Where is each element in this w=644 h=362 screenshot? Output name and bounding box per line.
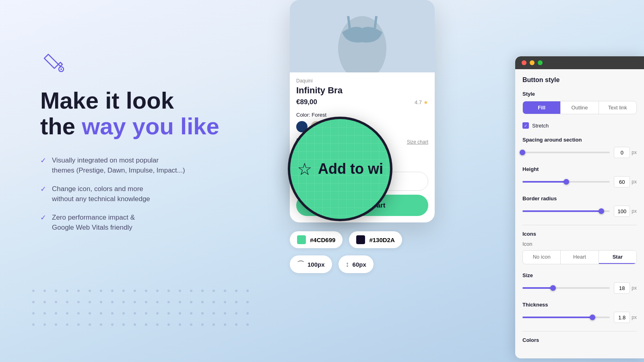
icon-size-section: Size 18 px — [522, 272, 637, 294]
icons-section: Icons Icon No icon Heart Star — [522, 231, 637, 264]
height-value[interactable]: 60 — [614, 176, 630, 187]
divider-1 — [522, 225, 637, 225]
svg-point-1 — [60, 68, 62, 70]
border-radius-value-input: 100 px — [614, 206, 637, 217]
check-icon-1: ✓ — [40, 156, 46, 165]
size-value-input: 18 px — [614, 282, 637, 294]
style-outline[interactable]: Outline — [561, 101, 599, 114]
features-list: ✓ Visually integrated on most popular th… — [40, 155, 290, 233]
color-swatch-green — [297, 235, 306, 244]
icon-size-label: Size — [522, 272, 637, 278]
traffic-light-yellow[interactable] — [530, 60, 535, 65]
thickness-slider[interactable] — [522, 317, 610, 318]
spacing-value[interactable]: 0 — [614, 147, 630, 158]
logo-icon — [40, 48, 290, 78]
check-icon-3: ✓ — [40, 213, 46, 222]
icon-none[interactable]: No icon — [523, 251, 561, 264]
icon-heart[interactable]: Heart — [561, 251, 599, 264]
icon-star[interactable]: Star — [599, 251, 636, 264]
headline: Make it look the way you like — [40, 88, 290, 139]
check-icon-2: ✓ — [40, 185, 46, 193]
magnifier: ☆ Add to wi — [288, 117, 392, 221]
panel-content: Button style Style Fill Outline Text lin… — [515, 69, 644, 358]
height-section: Height 60 px — [522, 166, 637, 187]
traffic-light-green[interactable] — [538, 60, 543, 65]
product-image — [290, 0, 435, 72]
size-chart-link[interactable]: Size chart — [407, 139, 428, 145]
price-row: €89,00 4.7 ★ — [296, 98, 428, 106]
border-radius-slider-row: 100 px — [522, 206, 637, 217]
color-label: Color: Forest — [296, 112, 428, 118]
panel-title: Button style — [522, 76, 637, 84]
colors-label: Colors — [522, 337, 637, 343]
size-slider-row: 18 px — [522, 282, 637, 294]
spacing-label: Spacing around section — [522, 137, 637, 143]
price: €89,00 — [296, 98, 317, 106]
feature-item-2: ✓ Change icon, colors and more without a… — [40, 184, 290, 204]
color-value-dark: #130D2A — [369, 237, 394, 243]
traffic-light-red[interactable] — [522, 60, 526, 65]
border-radius-value[interactable]: 100 — [614, 206, 630, 217]
height-slider[interactable] — [522, 181, 610, 183]
color-value-green: #4CD699 — [310, 237, 335, 243]
icons-heading: Icons — [522, 231, 637, 237]
height-value-input: 60 px — [614, 176, 637, 187]
thickness-slider-row: 1.8 px — [522, 312, 637, 323]
color-pill-green[interactable]: #4CD699 — [290, 231, 343, 248]
right-panel: Button style Style Fill Outline Text lin… — [515, 56, 644, 358]
height-pill[interactable]: ↕ 60px — [339, 255, 374, 273]
rating-star: ★ — [423, 99, 428, 105]
spacing-section: Spacing around section 0 px — [522, 137, 637, 158]
style-section: Style Fill Outline Text link — [522, 91, 637, 114]
size-value[interactable]: 18 — [614, 282, 630, 294]
thickness-label: Thickness — [522, 302, 637, 308]
stretch-label: Stretch — [532, 123, 549, 129]
colors-section: Colors — [522, 337, 637, 343]
style-label: Style — [522, 91, 637, 97]
icon-options: No icon Heart Star — [522, 250, 637, 264]
style-options: Fill Outline Text link — [522, 101, 637, 114]
spacing-slider[interactable] — [522, 152, 610, 153]
spacing-value-input: 0 px — [614, 147, 637, 158]
border-radius-unit: px — [632, 208, 637, 214]
brand-name: Daquini — [296, 78, 428, 84]
height-slider-row: 60 px — [522, 176, 637, 187]
thickness-unit: px — [632, 315, 637, 320]
border-radius-slider[interactable] — [522, 210, 610, 212]
dots-decoration — [32, 290, 233, 338]
feature-item-1: ✓ Visually integrated on most popular th… — [40, 155, 290, 176]
radius-pill[interactable]: ⌒ 100px — [290, 255, 332, 273]
size-unit: px — [632, 285, 637, 291]
thickness-section: Thickness 1.8 px — [522, 302, 637, 323]
size-slider[interactable] — [522, 287, 610, 289]
thickness-value[interactable]: 1.8 — [614, 312, 630, 323]
icon-label: Icon — [522, 241, 637, 247]
height-unit: px — [632, 179, 637, 185]
panel-titlebar — [515, 56, 644, 69]
border-radius-section: Border radius 100 px — [522, 195, 637, 217]
height-value: 60px — [353, 261, 366, 268]
feature-item-3: ✓ Zero performance impact & Google Web V… — [40, 212, 290, 233]
product-name: Infinity Bra — [296, 85, 428, 96]
prop-pills: ⌒ 100px ↕ 60px — [290, 255, 374, 273]
stretch-section: ✓ Stretch — [522, 122, 637, 129]
style-fill[interactable]: Fill — [523, 101, 561, 114]
magnifier-grid — [290, 119, 390, 219]
color-pill-dark[interactable]: #130D2A — [349, 231, 402, 248]
stretch-checkbox[interactable]: ✓ — [522, 122, 529, 129]
feature-text-2: Change icon, colors and more without any… — [52, 184, 150, 204]
border-radius-label: Border radius — [522, 195, 637, 202]
color-pills: #4CD699 #130D2A — [290, 231, 402, 248]
spacing-slider-row: 0 px — [522, 147, 637, 158]
stretch-row: ✓ Stretch — [522, 122, 637, 129]
radius-icon: ⌒ — [297, 259, 304, 269]
height-label: Height — [522, 166, 637, 172]
style-textlink[interactable]: Text link — [599, 101, 636, 114]
rating: 4.7 ★ — [415, 99, 428, 105]
feature-text-3: Zero performance impact & Google Web Vit… — [52, 212, 135, 233]
divider-2 — [522, 331, 637, 331]
thickness-value-input: 1.8 px — [614, 312, 637, 323]
color-swatch-dark — [356, 235, 365, 244]
radius-value: 100px — [308, 261, 325, 268]
left-section: Make it look the way you like ✓ Visually… — [40, 48, 290, 233]
